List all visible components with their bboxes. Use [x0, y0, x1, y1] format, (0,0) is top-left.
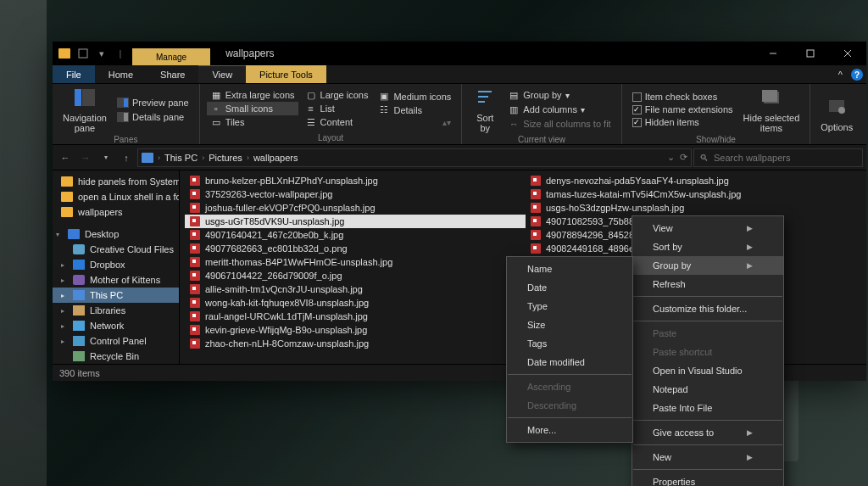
tree-item[interactable]: ▸Network [53, 318, 179, 333]
tree-recent-item[interactable]: open a Linux shell in a fo [53, 189, 179, 204]
item-checkboxes-toggle[interactable]: Item check boxes [629, 91, 737, 103]
minimize-button[interactable] [754, 42, 792, 65]
tab-share[interactable]: Share [147, 65, 198, 83]
tree-desktop[interactable]: ▾Desktop [53, 226, 179, 242]
tree-item[interactable]: ▸Libraries [53, 303, 179, 318]
qat-separator-icon: | [112, 45, 129, 62]
qat-dropdown-icon[interactable]: ▾ [93, 45, 110, 62]
ctx-give-access[interactable]: Give access to▶ [632, 423, 783, 442]
file-item[interactable]: wong-kah-kit-fqhuqex8VI8-unsplash.jpg [185, 296, 526, 310]
tree-item[interactable]: Recycle Bin [53, 349, 179, 364]
tab-file[interactable]: File [53, 65, 95, 83]
tree-recent-item[interactable]: hide panels from System [53, 174, 179, 189]
file-item[interactable]: 49067104422_266d79009f_o.jpg [185, 269, 526, 282]
layout-extra-large-icons[interactable]: ▦Extra large icons [207, 88, 298, 102]
chevron-right-icon[interactable]: › [158, 154, 160, 162]
navigation-pane-button[interactable]: Navigation pane [59, 86, 110, 133]
layout-medium-icons[interactable]: ▣Medium icons [375, 90, 454, 103]
manage-contextual-tab[interactable]: Manage [132, 48, 210, 65]
tree-item[interactable]: ▸Dropbox [53, 257, 179, 272]
ctx-new[interactable]: New▶ [632, 448, 783, 466]
ctx-group-type[interactable]: Type [507, 297, 632, 316]
ctx-sort-by[interactable]: Sort by▶ [632, 237, 783, 256]
help-button[interactable]: ? [848, 65, 866, 84]
ctx-group-by[interactable]: Group by▶ [632, 256, 783, 275]
layout-small-icons[interactable]: ▫Small icons [207, 102, 298, 115]
sort-by-button[interactable]: Sort by [469, 86, 501, 133]
file-item[interactable]: usgs-hoS3dzgpHzw-unsplash.jpg [526, 201, 866, 215]
layout-details[interactable]: ☷Details [375, 103, 454, 117]
chevron-right-icon[interactable]: › [202, 154, 204, 162]
address-dropdown-icon[interactable]: ⌄ [667, 152, 675, 163]
up-button[interactable]: ↑ [117, 148, 136, 167]
file-item[interactable]: kevin-grieve-WfijqMg-B9o-unsplash.jpg [185, 323, 526, 337]
ctx-group-more[interactable]: More... [507, 421, 632, 439]
ctx-group-date[interactable]: Date [507, 278, 632, 297]
tree-item[interactable]: Creative Cloud Files [53, 242, 179, 257]
file-item[interactable]: allie-smith-tm1vQcn3rJU-unsplash.jpg [185, 282, 526, 296]
ctx-open-visual-studio[interactable]: Open in Visual Studio [632, 361, 783, 380]
tree-recent-item[interactable]: wallpapers [53, 204, 179, 220]
refresh-button[interactable]: ⟳ [680, 152, 687, 163]
layout-scroll[interactable]: ▴▾ [375, 117, 454, 128]
qat-item-icon[interactable] [75, 45, 92, 62]
tree-item[interactable]: ▸Mother of Kittens [53, 272, 179, 288]
options-button[interactable]: Options [817, 86, 856, 141]
file-item[interactable]: raul-angel-URCwkL1dTjM-unsplash.jpg [185, 310, 526, 323]
tree-item[interactable]: ▸Control Panel [53, 333, 179, 349]
hidden-items-toggle[interactable]: ✓Hidden items [629, 116, 737, 128]
navigation-tree[interactable]: hide panels from System open a Linux she… [53, 170, 180, 364]
ctx-group-size[interactable]: Size [507, 316, 632, 334]
image-file-icon [531, 189, 541, 199]
ctx-paste-into-file[interactable]: Paste Into File [632, 399, 783, 417]
breadcrumb-segment[interactable]: This PC [164, 153, 198, 163]
ctx-view[interactable]: View▶ [632, 219, 783, 237]
file-item[interactable]: zhao-chen-nLH-8Comzaw-unsplash.jpg [185, 337, 526, 350]
file-item[interactable]: 49077682663_ec801bb32d_o.png [185, 242, 526, 255]
details-pane-button[interactable]: Details pane [114, 110, 192, 124]
file-item[interactable]: meritt-thomas-B4P1WwFHmOE-unsplash.jpg [185, 255, 526, 269]
breadcrumb[interactable]: › This PC › Pictures › wallpapers ⌄ ⟳ [137, 148, 692, 167]
forward-button[interactable]: → [76, 148, 95, 167]
add-columns-button[interactable]: ▥Add columns ▾ [504, 103, 614, 116]
ctx-group-name[interactable]: Name [507, 260, 632, 278]
file-item[interactable]: denys-nevozhai-pda5YsaaFY4-unsplash.jpg [526, 174, 866, 187]
file-item[interactable]: joshua-fuller-ekVOP7cfPQ0-unsplash.jpg [185, 201, 526, 215]
file-item[interactable]: 37529263-vector-wallpaper.jpg [185, 187, 526, 201]
file-item[interactable]: 49071640421_467c20be0b_k.jpg [185, 228, 526, 242]
ctx-properties[interactable]: Properties [632, 472, 783, 486]
ctx-refresh[interactable]: Refresh [632, 275, 783, 293]
search-input[interactable]: 🔍︎ Search wallpapers [693, 148, 863, 167]
size-all-columns-button[interactable]: ↔Size all columns to fit [504, 117, 614, 131]
breadcrumb-segment[interactable]: Pictures [209, 153, 242, 163]
maximize-button[interactable] [792, 42, 829, 65]
layout-content[interactable]: ☰Content [302, 115, 372, 129]
tab-home[interactable]: Home [95, 65, 147, 83]
tab-picture-tools[interactable]: Picture Tools [246, 65, 326, 83]
back-button[interactable]: ← [56, 148, 75, 167]
file-item[interactable]: tamas-tuzes-katai-mTv5i4CmX5w-unsplash.j… [526, 187, 866, 201]
ctx-notepad[interactable]: Notepad [632, 380, 783, 399]
file-extensions-toggle[interactable]: ✓File name extensions [629, 103, 737, 115]
image-file-icon [190, 203, 200, 213]
collapse-ribbon-button[interactable]: ^ [833, 65, 848, 83]
recent-locations-button[interactable]: ▾ [97, 148, 115, 167]
ctx-group-date-modified[interactable]: Date modified [507, 353, 632, 371]
preview-pane-button[interactable]: Preview pane [114, 96, 192, 109]
tree-this-pc[interactable]: ▸This PC [53, 288, 179, 303]
breadcrumb-segment[interactable]: wallpapers [253, 153, 298, 163]
hide-selected-button[interactable]: Hide selected items [740, 86, 804, 133]
image-file-icon [190, 216, 200, 226]
tab-view[interactable]: View [198, 65, 246, 83]
ctx-group-tags[interactable]: Tags [507, 334, 632, 353]
close-button[interactable] [829, 42, 866, 65]
file-item[interactable]: usgs-uGrT85dVK9U-unsplash.jpg [185, 215, 526, 228]
file-item[interactable]: bruno-kelzer-pBLXnHZPhdY-unsplash.jpg [185, 174, 526, 187]
ctx-customize[interactable]: Customize this folder... [632, 299, 783, 318]
layout-list[interactable]: ≡List [302, 102, 372, 115]
chevron-right-icon[interactable]: › [247, 154, 249, 162]
group-by-button[interactable]: ▤Group by ▾ [504, 88, 614, 102]
layout-large-icons[interactable]: ▢Large icons [302, 88, 372, 102]
image-file-icon [190, 325, 200, 335]
layout-tiles[interactable]: ▭Tiles [207, 115, 298, 129]
